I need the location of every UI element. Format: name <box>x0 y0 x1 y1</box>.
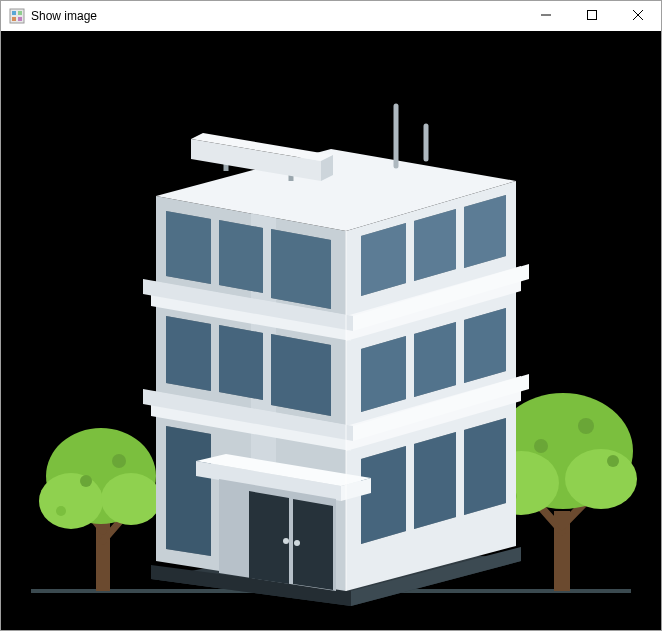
svg-marker-65 <box>464 308 506 383</box>
svg-rect-2 <box>18 11 22 15</box>
close-icon <box>633 9 643 23</box>
svg-rect-6 <box>588 11 597 20</box>
svg-point-25 <box>578 418 594 434</box>
svg-marker-47 <box>166 316 211 391</box>
image-viewport <box>1 31 661 630</box>
application-window: Show image <box>0 0 662 631</box>
svg-point-83 <box>294 540 300 546</box>
svg-marker-70 <box>414 432 456 529</box>
maximize-button[interactable] <box>569 1 615 31</box>
svg-rect-4 <box>18 17 22 21</box>
minimize-button[interactable] <box>523 1 569 31</box>
svg-marker-71 <box>464 418 506 515</box>
svg-marker-43 <box>271 229 331 309</box>
svg-marker-58 <box>414 209 456 281</box>
svg-marker-41 <box>166 211 211 284</box>
svg-marker-42 <box>219 220 263 293</box>
svg-rect-3 <box>12 17 16 21</box>
svg-point-18 <box>56 506 66 516</box>
minimize-icon <box>541 9 551 23</box>
svg-marker-51 <box>166 426 211 556</box>
svg-point-82 <box>283 538 289 544</box>
svg-point-17 <box>80 475 92 487</box>
svg-point-24 <box>565 449 637 509</box>
maximize-icon <box>587 9 597 23</box>
svg-point-27 <box>607 455 619 467</box>
svg-point-16 <box>112 454 126 468</box>
svg-point-26 <box>534 439 548 453</box>
svg-point-15 <box>101 473 161 525</box>
app-icon <box>9 8 25 24</box>
svg-marker-49 <box>271 334 331 416</box>
window-title: Show image <box>31 9 97 23</box>
svg-marker-48 <box>219 325 263 400</box>
svg-marker-63 <box>361 336 406 412</box>
displayed-image <box>1 31 661 630</box>
close-button[interactable] <box>615 1 661 31</box>
svg-marker-80 <box>249 491 289 584</box>
svg-marker-64 <box>414 322 456 397</box>
svg-point-14 <box>39 473 103 529</box>
svg-marker-59 <box>464 195 506 268</box>
svg-rect-1 <box>12 11 16 15</box>
titlebar: Show image <box>1 1 661 31</box>
svg-marker-69 <box>361 446 406 544</box>
